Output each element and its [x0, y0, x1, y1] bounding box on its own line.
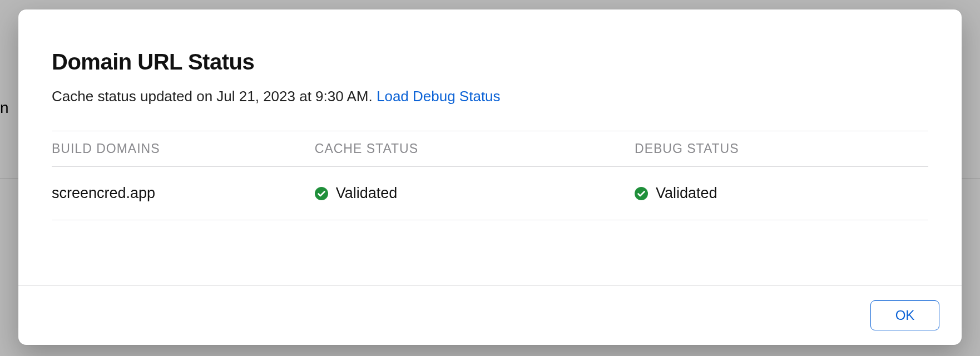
col-build-domains: BUILD DOMAINS: [52, 131, 315, 167]
check-circle-icon: [315, 187, 328, 200]
dialog-body: Domain URL Status Cache status updated o…: [18, 9, 962, 285]
check-circle-icon: [635, 187, 648, 200]
domain-url-status-dialog: Domain URL Status Cache status updated o…: [18, 9, 962, 345]
svg-point-0: [315, 187, 328, 200]
debug-status-value: Validated: [656, 185, 717, 202]
debug-status-cell: Validated: [635, 167, 928, 220]
cache-status-cell: Validated: [315, 167, 635, 220]
table-header-row: BUILD DOMAINS CACHE STATUS DEBUG STATUS: [52, 131, 928, 167]
col-debug-status: DEBUG STATUS: [635, 131, 928, 167]
cache-status-value: Validated: [336, 185, 398, 202]
load-debug-status-link[interactable]: Load Debug Status: [377, 88, 501, 105]
domain-cell: screencred.app: [52, 167, 315, 220]
dialog-footer: OK: [18, 285, 962, 345]
background-partial-text: n: [0, 99, 9, 117]
dialog-subtitle: Cache status updated on Jul 21, 2023 at …: [52, 88, 928, 105]
svg-point-1: [635, 187, 648, 200]
cache-status-text: Cache status updated on Jul 21, 2023 at …: [52, 88, 377, 105]
ok-button[interactable]: OK: [870, 300, 939, 330]
dialog-title: Domain URL Status: [52, 50, 928, 75]
col-cache-status: CACHE STATUS: [315, 131, 635, 167]
domains-table: BUILD DOMAINS CACHE STATUS DEBUG STATUS …: [52, 131, 928, 220]
table-row: screencred.app Validated: [52, 167, 928, 220]
